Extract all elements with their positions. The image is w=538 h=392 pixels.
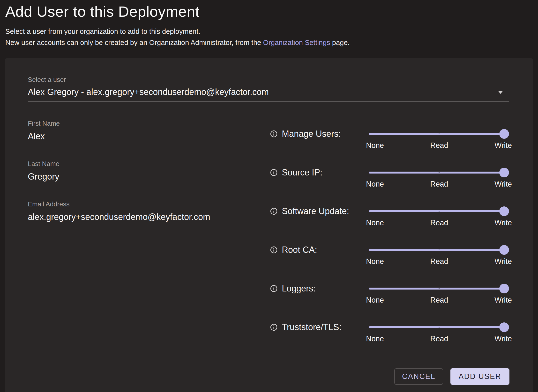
last-name-field: Last Name Gregory	[28, 160, 270, 182]
info-icon[interactable]	[270, 284, 278, 293]
user-select-label: Select a user	[28, 76, 509, 84]
chevron-down-icon	[498, 91, 503, 94]
permission-label-group: Manage Users:	[270, 129, 369, 139]
subtitle-line2-prefix: New user accounts can only be created by…	[5, 39, 263, 46]
info-icon[interactable]	[270, 323, 278, 331]
page-title: Add User to this Deployment	[5, 3, 532, 20]
slider-option-none: None	[366, 218, 384, 227]
dialog-actions: CANCEL ADD USER	[394, 368, 509, 385]
permission-label-group: Source IP:	[270, 168, 369, 177]
slider-option-read: Read	[430, 257, 448, 266]
slider-thumb[interactable]	[499, 322, 509, 332]
slider-labels: None Read Write	[366, 218, 512, 227]
slider-tick-read	[439, 327, 440, 328]
slider-option-none: None	[366, 334, 384, 343]
slider-tick-read	[439, 172, 440, 173]
permission-label-group: Truststore/TLS:	[270, 322, 369, 332]
permission-slider-block: None Read Write	[369, 129, 509, 150]
permission-slider-block: None Read Write	[369, 206, 509, 227]
permission-row-loggers: Loggers: None Read Write	[270, 284, 509, 305]
permission-label: Software Update:	[282, 206, 349, 216]
slider-option-read: Read	[430, 334, 448, 343]
slider-tick-read	[439, 288, 440, 289]
first-name-value: Alex	[28, 131, 270, 141]
permission-slider[interactable]	[369, 206, 509, 216]
last-name-label: Last Name	[28, 160, 270, 168]
user-details: First Name Alex Last Name Gregory Email …	[28, 120, 270, 361]
permission-slider-block: None Read Write	[369, 168, 509, 189]
permissions-panel: Manage Users: None Read Write	[270, 120, 509, 361]
permission-row-software-update: Software Update: None Read Write	[270, 206, 509, 227]
slider-tick-read	[439, 249, 440, 250]
slider-option-write: Write	[494, 180, 512, 189]
permission-slider[interactable]	[369, 245, 509, 255]
organization-settings-link[interactable]: Organization Settings	[263, 39, 330, 46]
slider-option-write: Write	[494, 141, 512, 150]
slider-option-read: Read	[430, 180, 448, 189]
slider-option-none: None	[366, 296, 384, 305]
email-field: Email Address alex.gregory+seconduserdem…	[28, 201, 270, 222]
slider-thumb[interactable]	[499, 284, 509, 293]
last-name-value: Gregory	[28, 172, 270, 182]
card-columns: First Name Alex Last Name Gregory Email …	[28, 120, 509, 361]
permission-row-source-ip: Source IP: None Read Write	[270, 168, 509, 189]
first-name-label: First Name	[28, 120, 270, 127]
slider-option-write: Write	[494, 257, 512, 266]
permission-slider[interactable]	[369, 168, 509, 177]
slider-option-none: None	[366, 180, 384, 189]
slider-option-read: Read	[430, 141, 448, 150]
slider-labels: None Read Write	[366, 141, 512, 150]
permission-slider-block: None Read Write	[369, 322, 509, 343]
permission-row-root-ca: Root CA: None Read Write	[270, 245, 509, 266]
page-subtitle: Select a user from your organization to …	[5, 26, 532, 48]
page-header: Add User to this Deployment Select a use…	[0, 0, 538, 48]
slider-option-read: Read	[430, 218, 448, 227]
user-select-group: Select a user Alex Gregory - alex.gregor…	[28, 76, 509, 102]
info-icon[interactable]	[270, 168, 278, 177]
add-user-button[interactable]: ADD USER	[450, 368, 509, 385]
subtitle-line2-suffix: page.	[330, 39, 350, 46]
permission-label: Truststore/TLS:	[282, 322, 342, 332]
add-user-card: Select a user Alex Gregory - alex.gregor…	[5, 58, 533, 392]
cancel-button[interactable]: CANCEL	[394, 368, 443, 385]
slider-thumb[interactable]	[499, 168, 509, 177]
slider-option-none: None	[366, 141, 384, 150]
slider-option-write: Write	[494, 296, 512, 305]
permission-label: Root CA:	[282, 245, 317, 255]
slider-option-read: Read	[430, 296, 448, 305]
permission-slider[interactable]	[369, 322, 509, 332]
slider-thumb[interactable]	[499, 206, 509, 216]
user-select[interactable]: Alex Gregory - alex.gregory+seconduserde…	[28, 84, 509, 102]
info-icon[interactable]	[270, 130, 278, 138]
permission-slider-block: None Read Write	[369, 284, 509, 305]
permission-label-group: Software Update:	[270, 206, 369, 216]
subtitle-line1: Select a user from your organization to …	[5, 28, 200, 35]
permission-label: Loggers:	[282, 283, 316, 294]
permission-slider[interactable]	[369, 284, 509, 293]
slider-tick-read	[439, 211, 440, 212]
permission-label-group: Root CA:	[270, 245, 369, 255]
permission-slider[interactable]	[369, 129, 509, 139]
slider-labels: None Read Write	[366, 334, 512, 343]
permission-label: Source IP:	[282, 167, 322, 178]
permission-row-truststore-tls: Truststore/TLS: None Read Write	[270, 322, 509, 343]
info-icon[interactable]	[270, 246, 278, 254]
slider-labels: None Read Write	[366, 180, 512, 189]
email-label: Email Address	[28, 201, 270, 208]
slider-option-write: Write	[494, 334, 512, 343]
slider-labels: None Read Write	[366, 296, 512, 305]
permission-row-manage-users: Manage Users: None Read Write	[270, 129, 509, 150]
slider-option-write: Write	[494, 218, 512, 227]
permission-slider-block: None Read Write	[369, 245, 509, 266]
email-value: alex.gregory+seconduserdemo@keyfactor.co…	[28, 212, 270, 222]
info-icon[interactable]	[270, 207, 278, 215]
slider-option-none: None	[366, 257, 384, 266]
permission-label: Manage Users:	[282, 129, 341, 139]
add-user-dialog: Add User to this Deployment Select a use…	[0, 0, 538, 392]
permission-label-group: Loggers:	[270, 284, 369, 293]
first-name-field: First Name Alex	[28, 120, 270, 141]
user-select-value: Alex Gregory - alex.gregory+seconduserde…	[28, 87, 269, 97]
slider-thumb[interactable]	[499, 245, 509, 255]
slider-labels: None Read Write	[366, 257, 512, 266]
slider-thumb[interactable]	[499, 129, 509, 139]
